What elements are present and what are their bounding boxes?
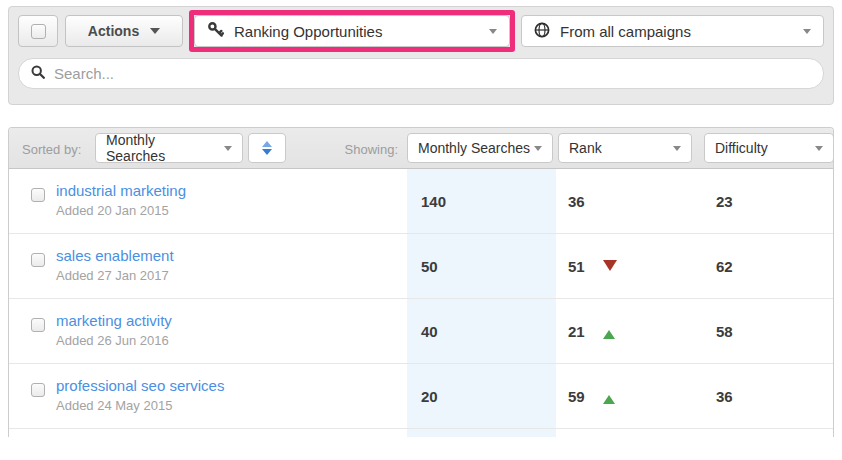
rank-value: 51 — [568, 258, 585, 275]
keyword-link[interactable]: professional seo services — [56, 377, 224, 394]
difficulty-cell: 62 — [716, 234, 733, 298]
monthly-searches-value: 50 — [421, 258, 438, 275]
column-dropdown-rank[interactable]: Rank — [558, 133, 692, 163]
keyword-added-date: Added 27 Jan 2017 — [56, 268, 174, 283]
sort-by-value: Monthly Searches — [106, 132, 216, 164]
difficulty-cell: 36 — [716, 364, 733, 428]
chevron-down-icon — [534, 146, 542, 151]
monthly-searches-value: 40 — [421, 323, 438, 340]
rank-cell: 21 — [568, 299, 615, 363]
chevron-down-icon — [150, 28, 160, 34]
chevron-down-icon — [673, 146, 681, 151]
rank-value: 36 — [568, 193, 585, 210]
toolbar-row: Actions Ranking Opportunities — [18, 15, 824, 47]
search-row — [18, 58, 824, 89]
rank-value: 59 — [568, 388, 585, 405]
column-dropdown-label: Difficulty — [715, 140, 768, 156]
table-row: professional seo services Added 24 May 2… — [9, 364, 833, 429]
arrow-down-icon — [262, 149, 272, 155]
row-checkbox[interactable] — [31, 318, 45, 332]
toolbar: Actions Ranking Opportunities — [8, 6, 834, 105]
keyword-cell: industrial marketing Added 20 Jan 2015 — [56, 182, 186, 218]
column-dropdown-label: Rank — [569, 140, 602, 156]
monthly-searches-cell: 50 — [407, 234, 556, 298]
sorted-by-label: Sorted by: — [22, 142, 81, 157]
keyword-filter-dropdown[interactable]: Ranking Opportunities — [194, 15, 510, 47]
campaign-filter-value: From all campaigns — [560, 23, 691, 40]
sort-by-dropdown[interactable]: Monthly Searches — [95, 133, 243, 163]
monthly-searches-cell: 20 — [407, 364, 556, 428]
difficulty-value: 58 — [716, 323, 733, 340]
row-checkbox[interactable] — [31, 188, 45, 202]
monthly-searches-column-sliver — [407, 429, 556, 437]
table-header: Sorted by: Monthly Searches Showing: Mon… — [9, 128, 833, 169]
monthly-searches-value: 140 — [421, 193, 446, 210]
difficulty-cell: 58 — [716, 299, 733, 363]
keyword-cell: marketing activity Added 26 Jun 2016 — [56, 312, 172, 348]
difficulty-cell: 23 — [716, 169, 733, 233]
campaign-filter-dropdown[interactable]: From all campaigns — [521, 15, 824, 47]
difficulty-value: 62 — [716, 258, 733, 275]
monthly-searches-cell: 140 — [407, 169, 556, 233]
keyword-cell: professional seo services Added 24 May 2… — [56, 377, 224, 413]
difficulty-value: 36 — [716, 388, 733, 405]
rank-change-icon — [603, 395, 615, 404]
keyword-added-date: Added 20 Jan 2015 — [56, 203, 186, 218]
search-bar[interactable] — [18, 58, 824, 89]
column-dropdown-difficulty[interactable]: Difficulty — [704, 133, 834, 163]
rank-value: 21 — [568, 323, 585, 340]
keyword-cell: sales enablement Added 27 Jan 2017 — [56, 247, 174, 283]
search-icon — [31, 65, 45, 83]
select-all-checkbox[interactable] — [31, 24, 46, 39]
search-input[interactable] — [54, 65, 811, 82]
table-body: industrial marketing Added 20 Jan 2015 1… — [9, 169, 833, 429]
chevron-down-icon — [803, 29, 811, 34]
showing-label: Showing: — [303, 142, 398, 157]
keyword-filter-highlight: Ranking Opportunities — [189, 10, 515, 52]
table-row: marketing activity Added 26 Jun 2016 40 … — [9, 299, 833, 364]
row-checkbox[interactable] — [31, 253, 45, 267]
column-dropdown-label: Monthly Searches — [418, 140, 530, 156]
row-checkbox[interactable] — [31, 383, 45, 397]
keyword-filter-value: Ranking Opportunities — [234, 23, 382, 40]
chevron-down-icon — [489, 29, 497, 34]
rank-cell: 36 — [568, 169, 585, 233]
table-row: industrial marketing Added 20 Jan 2015 1… — [9, 169, 833, 234]
table-row-partial — [9, 429, 833, 437]
globe-icon — [534, 22, 550, 41]
keywords-table: Sorted by: Monthly Searches Showing: Mon… — [8, 127, 834, 437]
difficulty-value: 23 — [716, 193, 733, 210]
select-all-button[interactable] — [18, 15, 58, 47]
table-row: sales enablement Added 27 Jan 2017 50 51… — [9, 234, 833, 299]
rank-change-icon — [603, 260, 617, 271]
rank-cell: 51 — [568, 234, 617, 298]
keyword-added-date: Added 24 May 2015 — [56, 398, 224, 413]
arrow-up-icon — [262, 141, 272, 147]
monthly-searches-value: 20 — [421, 388, 438, 405]
chevron-down-icon — [224, 146, 232, 151]
keyword-link[interactable]: marketing activity — [56, 312, 172, 329]
actions-button-label: Actions — [88, 23, 139, 39]
key-icon — [207, 21, 224, 41]
keyword-added-date: Added 26 Jun 2016 — [56, 333, 172, 348]
column-dropdown-monthly-searches[interactable]: Monthly Searches — [407, 133, 553, 163]
rank-cell: 59 — [568, 364, 615, 428]
actions-button[interactable]: Actions — [65, 15, 183, 47]
monthly-searches-cell: 40 — [407, 299, 556, 363]
chevron-down-icon — [815, 146, 823, 151]
keyword-link[interactable]: sales enablement — [56, 247, 174, 264]
rank-change-icon — [603, 330, 615, 339]
sort-direction-button[interactable] — [248, 133, 286, 163]
keyword-link[interactable]: industrial marketing — [56, 182, 186, 199]
